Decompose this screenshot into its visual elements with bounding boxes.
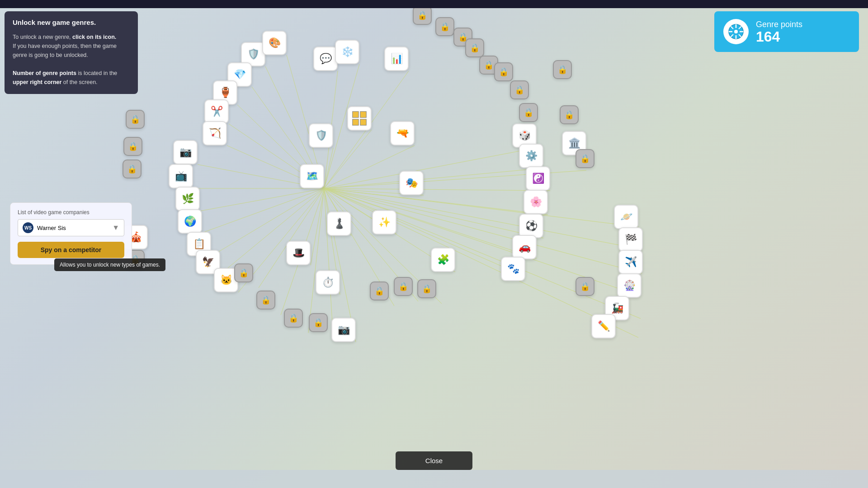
- node-locked-b2[interactable]: 🔒: [256, 291, 275, 310]
- node-locked-4[interactable]: 🔒: [465, 38, 484, 57]
- close-button[interactable]: Close: [396, 451, 472, 470]
- competitor-name: Warner Sis: [37, 225, 108, 231]
- node-locked-10[interactable]: 🔒: [560, 105, 579, 124]
- node-locked-1[interactable]: 🔒: [413, 6, 432, 25]
- node-locked-b6[interactable]: 🔒: [394, 277, 413, 296]
- node-adventure[interactable]: 🗺️: [300, 164, 324, 188]
- node-gear[interactable]: ⚙️: [519, 144, 543, 168]
- node-snow[interactable]: ❄️: [335, 40, 359, 64]
- node-camera-lower[interactable]: 📷: [331, 318, 356, 342]
- node-yin[interactable]: ☯️: [526, 166, 550, 191]
- node-defense[interactable]: 🛡️: [309, 123, 333, 148]
- node-chat[interactable]: 💬: [313, 47, 338, 71]
- node-shooter[interactable]: 🔫: [390, 121, 415, 145]
- node-hats[interactable]: 🎭: [399, 171, 424, 195]
- node-locked-b1[interactable]: 🔒: [234, 263, 253, 282]
- node-car[interactable]: 🚗: [512, 235, 537, 259]
- svg-rect-47: [353, 112, 359, 117]
- node-locked-6[interactable]: 🔒: [494, 62, 513, 81]
- node-locked-2[interactable]: 🔒: [435, 17, 454, 36]
- node-locked-l3[interactable]: 🔒: [123, 160, 142, 178]
- competitor-panel-label: List of video game companies: [18, 209, 124, 216]
- node-paw[interactable]: 🐾: [501, 257, 525, 281]
- genre-points-text: Genre points 164: [756, 20, 802, 44]
- node-idle[interactable]: ✨: [372, 210, 396, 235]
- node-tv[interactable]: 📺: [169, 164, 193, 188]
- node-locked-b4[interactable]: 🔒: [309, 313, 328, 332]
- node-ferris[interactable]: 🎡: [617, 273, 642, 298]
- spy-tooltip: Allows you to unlock new types of games.: [54, 258, 165, 271]
- node-locked-b8[interactable]: 🔒: [576, 277, 594, 296]
- node-paint[interactable]: 🎨: [262, 31, 287, 55]
- node-planet[interactable]: 🪐: [614, 205, 638, 229]
- competitor-panel: List of video game companies WS Warner S…: [10, 202, 132, 265]
- top-bar: [0, 0, 868, 8]
- svg-rect-50: [360, 119, 366, 125]
- genre-points-label: Genre points: [756, 20, 802, 29]
- node-nature[interactable]: 🌿: [175, 187, 200, 211]
- node-cross[interactable]: ✂️: [204, 99, 229, 124]
- svg-rect-49: [353, 119, 359, 125]
- bottom-bar: [0, 470, 868, 488]
- node-locked-l2[interactable]: 🔒: [123, 137, 142, 156]
- node-arrow[interactable]: 🏹: [203, 121, 227, 145]
- genre-points-value: 164: [756, 29, 802, 44]
- competitor-dropdown[interactable]: WS Warner Sis ▼: [18, 219, 124, 236]
- node-chart[interactable]: 📊: [384, 47, 409, 71]
- node-locked-b5[interactable]: 🔒: [370, 282, 389, 300]
- svg-rect-48: [360, 112, 366, 117]
- node-locked-8[interactable]: 🔒: [519, 103, 538, 122]
- node-time[interactable]: ⏱️: [316, 270, 340, 295]
- node-locked-b3[interactable]: 🔒: [284, 309, 303, 328]
- node-photo[interactable]: 📷: [173, 140, 198, 164]
- node-locked-9[interactable]: 🔒: [553, 60, 572, 79]
- spy-on-competitor-button[interactable]: Spy on a competitor: [18, 242, 124, 258]
- node-soccer[interactable]: ⚽: [519, 214, 543, 238]
- instruction-body: To unlock a new genre, click on its icon…: [13, 33, 130, 87]
- node-locked-7[interactable]: 🔒: [510, 80, 529, 99]
- node-locked-b7[interactable]: 🔒: [417, 279, 436, 298]
- node-puzzle[interactable]: [347, 106, 372, 131]
- node-locked-l1[interactable]: 🔒: [126, 110, 145, 129]
- node-flag[interactable]: 🏁: [618, 227, 643, 252]
- instruction-highlight-corner: upper right corner: [13, 79, 61, 85]
- instruction-highlight-click: click on its icon.: [72, 34, 116, 40]
- node-plane[interactable]: ✈️: [618, 250, 643, 274]
- node-pencil[interactable]: ✏️: [591, 314, 616, 338]
- svg-point-52: [734, 30, 738, 33]
- node-locked-11[interactable]: 🔒: [576, 149, 594, 168]
- genre-points-panel: Genre points 164: [714, 11, 859, 52]
- competitor-logo: WS: [23, 222, 33, 233]
- instruction-panel: Unlock new game genres. To unlock a new …: [5, 11, 138, 94]
- instruction-title: Unlock new game genres.: [13, 19, 130, 26]
- node-flower[interactable]: 🌸: [524, 190, 548, 214]
- instruction-highlight-points: Number of genre points: [13, 70, 76, 76]
- node-jigsaw[interactable]: 🧩: [431, 248, 455, 272]
- node-mystery[interactable]: 🎩: [286, 241, 311, 265]
- genre-points-icon: [723, 19, 749, 44]
- chevron-down-icon: ▼: [112, 224, 119, 232]
- node-chess[interactable]: ♟️: [327, 211, 351, 236]
- node-globe[interactable]: 🌍: [178, 209, 202, 234]
